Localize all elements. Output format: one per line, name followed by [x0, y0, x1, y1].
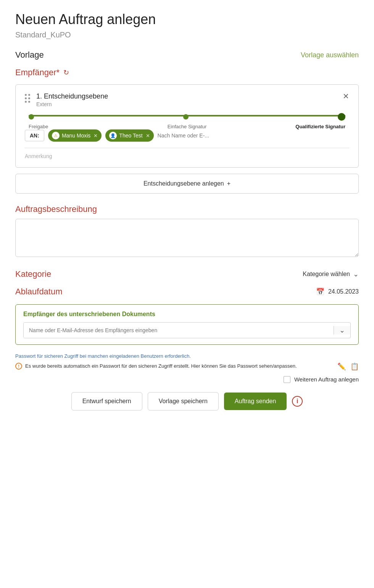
close-ebene-button[interactable]: ✕	[343, 92, 349, 100]
dot	[28, 101, 30, 103]
empfaenger-doc-input[interactable]	[24, 323, 334, 338]
vorlage-label: Vorlage	[15, 50, 44, 60]
dot	[28, 97, 30, 99]
password-line2: Es wurde bereits automatisch ein Passwor…	[25, 362, 297, 370]
unterschrieben-title: Empfänger des unterschriebenen Dokuments	[23, 311, 351, 318]
add-ebene-label: Entscheidungsebene anlegen	[143, 180, 224, 187]
password-line1: Passwort für sicheren Zugriff bei manche…	[15, 352, 359, 360]
empfaenger-chevron-icon[interactable]: ⌄	[334, 326, 350, 334]
ablaufdatum-label: Ablaufdatum	[15, 287, 63, 297]
page-subtitle: Standard_KuPO	[15, 31, 359, 39]
warning-icon: ⚠	[52, 132, 60, 139]
recipient-search-input[interactable]	[158, 132, 349, 139]
signatur-slider[interactable]: Freigabe Einfache Signatur Qualifizierte…	[25, 115, 349, 129]
chevron-down-icon: ⌄	[353, 270, 359, 278]
slider-point-einfach	[183, 114, 189, 120]
slider-labels: Freigabe Einfache Signatur Qualifizierte…	[29, 124, 345, 129]
weiteren-auftrag-label: Weiteren Auftrag anlegen	[294, 376, 359, 383]
slider-point-qualifiziert	[338, 113, 345, 121]
ebene-title: 1. Entscheidungsebene	[36, 92, 108, 100]
password-info: Passwort für sicheren Zugriff bei manche…	[15, 352, 359, 371]
auftrag-senden-button[interactable]: Auftrag senden	[224, 393, 287, 410]
plus-icon: +	[227, 180, 231, 187]
recipient-name-manu: Manu Moxis	[62, 132, 90, 139]
dot	[25, 97, 27, 99]
dot	[25, 94, 27, 96]
card-header: 1. Entscheidungsebene Extern ✕	[25, 92, 349, 107]
kategorie-row: Kategorie Kategorie wählen ⌄	[15, 269, 359, 279]
ablaufdatum-value[interactable]: 📅 24.05.2023	[316, 288, 359, 296]
dot	[25, 101, 27, 103]
vorlage-speichern-button[interactable]: Vorlage speichern	[148, 392, 219, 410]
copy-icon[interactable]: 📋	[350, 362, 359, 371]
weiteren-auftrag-checkbox[interactable]	[284, 376, 290, 383]
vorlage-row: Vorlage Vorlage auswählen	[15, 50, 359, 60]
kategorie-select-label: Kategorie wählen	[303, 271, 350, 278]
remove-theo-button[interactable]: ✕	[146, 133, 150, 139]
beschreibung-textarea[interactable]	[15, 219, 359, 257]
info-circle-icon[interactable]: i	[292, 396, 303, 407]
label-einfache: Einfache Signatur	[134, 124, 240, 129]
drag-handle[interactable]	[25, 92, 30, 103]
slider-points	[29, 114, 345, 121]
anmerkung-section: Anmerkung	[25, 148, 349, 160]
card-header-left: 1. Entscheidungsebene Extern	[25, 92, 108, 107]
bottom-buttons: Entwurf speichern Vorlage speichern Auft…	[15, 392, 359, 410]
label-freigabe: Freigabe	[29, 124, 134, 129]
password-actions: ✏️ 📋	[337, 362, 359, 371]
dot	[28, 94, 30, 96]
recipient-name-theo: Theo Test	[119, 132, 142, 139]
unterschrieben-section: Empfänger des unterschriebenen Dokuments…	[15, 304, 359, 345]
ablaufdatum-date: 24.05.2023	[328, 288, 359, 295]
kategorie-select[interactable]: Kategorie wählen ⌄	[303, 270, 359, 278]
slider-point-freigabe	[29, 114, 34, 120]
entscheidungsebene-card: 1. Entscheidungsebene Extern ✕ Freigabe …	[15, 84, 359, 168]
edit-icon[interactable]: ✏️	[337, 362, 346, 371]
add-ebene-button[interactable]: Entscheidungsebene anlegen +	[15, 174, 359, 194]
empfaenger-input-row: ⌄	[23, 322, 351, 338]
remove-manu-button[interactable]: ✕	[94, 133, 98, 139]
refresh-icon[interactable]: ↻	[63, 68, 69, 77]
password-row-container: ! Es wurde bereits automatisch ein Passw…	[15, 362, 359, 371]
recipient-tag-manu[interactable]: ⚠ Manu Moxis ✕	[48, 129, 102, 142]
empfaenger-section-label: Empfänger* ↻	[15, 68, 359, 78]
ablaufdatum-row: Ablaufdatum 📅 24.05.2023	[15, 287, 359, 297]
warning-circle-icon: !	[15, 363, 22, 370]
an-label: AN:	[25, 130, 44, 141]
anmerkung-label: Anmerkung	[25, 153, 52, 159]
empfaenger-text: Empfänger*	[15, 68, 60, 78]
calendar-icon: 📅	[316, 288, 324, 296]
label-qualifiziert: Qualifizierte Signatur	[240, 124, 345, 129]
kategorie-label: Kategorie	[15, 269, 51, 279]
ebene-subtitle: Extern	[36, 101, 108, 107]
vorlage-auswählen-link[interactable]: Vorlage auswählen	[301, 51, 359, 59]
card-title-group: 1. Entscheidungsebene Extern	[36, 92, 108, 107]
page-title: Neuen Auftrag anlegen	[15, 11, 359, 27]
recipient-tag-theo[interactable]: 👤 Theo Test ✕	[105, 129, 153, 142]
recipients-row: AN: ⚠ Manu Moxis ✕ 👤 Theo Test ✕	[25, 129, 349, 142]
beschreibung-label: Auftragsbeschreibung	[15, 204, 359, 214]
person-icon: 👤	[109, 132, 117, 139]
entwurf-speichern-button[interactable]: Entwurf speichern	[71, 392, 142, 410]
checkbox-row: Weiteren Auftrag anlegen	[15, 376, 359, 383]
